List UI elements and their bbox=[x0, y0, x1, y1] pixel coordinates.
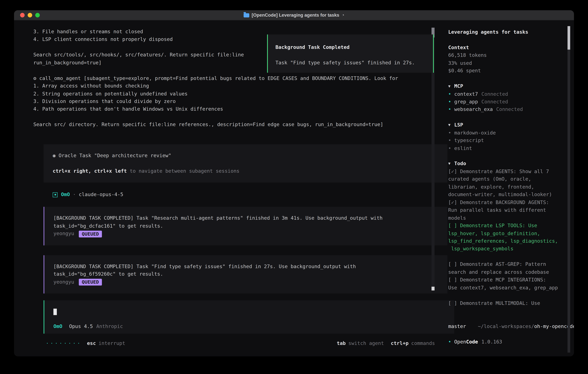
close-button[interactable] bbox=[20, 13, 25, 17]
model-label: Opus 4.5 bbox=[69, 323, 93, 329]
ctrlp-key-label: commands bbox=[411, 340, 435, 347]
minimize-button[interactable] bbox=[28, 13, 32, 17]
keybind-hint-keys: ctrl+x right, ctrl+x left bbox=[53, 168, 127, 174]
bullet-icon: • bbox=[448, 90, 454, 98]
background-task-toast: Background Task Completed Task "Find typ… bbox=[267, 34, 434, 73]
lsp-item: •markdown-oxide bbox=[448, 129, 574, 137]
zoom-button[interactable] bbox=[35, 13, 40, 17]
window-title-group: [OpenCode] Leveraging agents for tasks ◔ bbox=[244, 12, 344, 18]
gear-icon: ⚙ bbox=[33, 75, 36, 81]
scrollbar-thumb[interactable] bbox=[567, 26, 570, 50]
terminal-line: 4. Path operations that don't handle Win… bbox=[33, 105, 442, 113]
sidebar: Leveraging agents for tasks Context 66,5… bbox=[442, 21, 574, 356]
mcp-item: •websearch_exaConnected bbox=[448, 106, 574, 114]
esc-key-label: interrupt bbox=[99, 340, 125, 347]
prompt-input[interactable]: OmO Opus 4.5 Anthropic bbox=[43, 300, 454, 334]
tool-call-line: ⚙ call_omo_agent [subagent_type=explore,… bbox=[33, 74, 442, 82]
message-author: yeongyu bbox=[53, 278, 74, 286]
bullet-icon: • bbox=[448, 137, 454, 145]
message-text: task_id="bg_dcfac161" to get results. bbox=[53, 222, 438, 230]
lsp-section-header[interactable]: ▼LSP bbox=[448, 121, 574, 129]
bullet-icon: • bbox=[448, 106, 454, 114]
sidebar-scrollbar bbox=[567, 26, 570, 353]
agent-name: OmO bbox=[61, 191, 70, 199]
todo-section-header[interactable]: ▼Todo bbox=[448, 160, 574, 168]
todo-heading: Todo bbox=[454, 160, 466, 168]
scrollbar-marker[interactable] bbox=[431, 287, 434, 291]
app-version: 1.0.163 bbox=[481, 338, 502, 346]
context-tokens: 66,518 tokens bbox=[448, 52, 574, 59]
session-title: Leveraging agents for tasks bbox=[448, 28, 574, 36]
keybind-hint-line: ctrl+x right, ctrl+x left to navigate be… bbox=[53, 167, 438, 175]
lsp-heading: LSP bbox=[454, 121, 463, 129]
message-text: [BACKGROUND TASK COMPLETED] Task "Resear… bbox=[53, 215, 438, 222]
session-progress-icon: ◔ bbox=[342, 12, 344, 18]
mcp-status: Connected bbox=[481, 90, 508, 98]
todo-item: [ ] Demonstrate MULTIMODAL: Use bbox=[448, 299, 568, 307]
status-badge: QUEUED bbox=[79, 279, 102, 285]
oracle-task-icon: ◉ bbox=[53, 152, 56, 158]
provider-label: Anthropic bbox=[96, 323, 123, 329]
bullet-icon: • bbox=[448, 338, 454, 346]
lsp-name: markdown-oxide bbox=[454, 129, 496, 137]
message-text: [BACKGROUND TASK COMPLETED] Task "Find t… bbox=[53, 263, 438, 270]
ctrlp-key-hint: ctrl+p bbox=[391, 340, 409, 347]
collapse-icon: ▼ bbox=[448, 83, 454, 90]
mcp-heading: MCP bbox=[454, 83, 463, 90]
workspace-path-prefix: ~/local-workspaces/ bbox=[478, 323, 534, 329]
mcp-name: context7 bbox=[454, 90, 478, 98]
toast-body: Task "Find type safety issues" finished … bbox=[275, 59, 433, 67]
statusbar-left: ········ esc interrupt bbox=[46, 340, 125, 347]
context-used: 33% used bbox=[448, 59, 574, 67]
collapse-icon: ▼ bbox=[448, 121, 454, 129]
tool-call-text: call_omo_agent [subagent_type=explore, p… bbox=[36, 75, 398, 81]
terminal-line: Search src/ directory. Return specific f… bbox=[33, 121, 442, 129]
folder-icon bbox=[244, 13, 249, 17]
todo-item: [✓] Demonstrate BACKGROUND AGENTS: Run p… bbox=[448, 199, 568, 222]
mcp-status: Connected bbox=[481, 98, 508, 106]
collapse-icon: ▼ bbox=[448, 160, 454, 168]
agent-header: OmO · claude-opus-4-5 bbox=[53, 191, 442, 199]
mcp-item: •context7Connected bbox=[448, 90, 574, 98]
version-row: •OpenCode1.0.163 bbox=[448, 338, 574, 346]
tab-key-label: switch agent bbox=[348, 340, 384, 347]
text-cursor bbox=[53, 309, 57, 315]
lsp-name: typescript bbox=[454, 137, 484, 145]
statusbar: ········ esc interrupt tab switch agent … bbox=[46, 340, 435, 347]
todo-item: [ ] Demonstrate AST-GREP: Pattern search… bbox=[448, 261, 568, 276]
agent-checkbox-icon bbox=[53, 192, 58, 197]
separator: · bbox=[70, 191, 79, 199]
active-agent-label: OmO bbox=[53, 323, 62, 329]
esc-key-hint: esc bbox=[87, 340, 96, 347]
lsp-item: •typescript bbox=[448, 137, 574, 145]
context-spent: $0.46 spent bbox=[448, 67, 574, 75]
message-card: [BACKGROUND TASK COMPLETED] Task "Find t… bbox=[43, 255, 447, 293]
app-name-bold: Code bbox=[466, 338, 478, 346]
bullet-icon: • bbox=[448, 98, 454, 106]
statusbar-right: tab switch agent ctrl+p commands bbox=[337, 340, 435, 347]
oracle-task-title: Oracle Task "Deep architecture review" bbox=[56, 152, 171, 158]
todo-item: [ ] Demonstrate LSP TOOLS: Use lsp_hover… bbox=[448, 222, 568, 253]
mcp-name: grep_app bbox=[454, 98, 478, 106]
tab-key-hint: tab bbox=[337, 340, 346, 347]
workspace-path: ~/local-workspaces/oh-my-opencode: bbox=[448, 315, 574, 323]
message-meta: yeongyu QUEUED bbox=[53, 278, 438, 286]
bullet-icon: • bbox=[448, 145, 454, 152]
lsp-name: eslint bbox=[454, 145, 472, 152]
tab-hint: tab switch agent bbox=[337, 340, 384, 347]
blank-line bbox=[53, 159, 438, 167]
oracle-task-panel[interactable]: ◉ Oracle Task "Deep architecture review"… bbox=[43, 144, 447, 183]
message-meta: yeongyu QUEUED bbox=[53, 230, 438, 238]
terminal-line bbox=[33, 113, 442, 121]
mcp-status: Connected bbox=[496, 106, 523, 114]
message-card: [BACKGROUND TASK COMPLETED] Task "Resear… bbox=[43, 207, 447, 245]
message-author: yeongyu bbox=[53, 230, 74, 238]
mcp-item: •grep_appConnected bbox=[448, 98, 574, 106]
mcp-name: websearch_exa bbox=[454, 106, 493, 114]
mcp-section-header[interactable]: ▼MCP bbox=[448, 83, 574, 90]
app-name: Open bbox=[454, 338, 466, 346]
terminal-line: 1. Array access without bounds checking bbox=[33, 82, 442, 90]
message-text: task_id="bg_6f59260c" to get results. bbox=[53, 270, 438, 278]
spinner-dots: ········ bbox=[46, 340, 82, 347]
bullet-icon: • bbox=[448, 129, 454, 137]
